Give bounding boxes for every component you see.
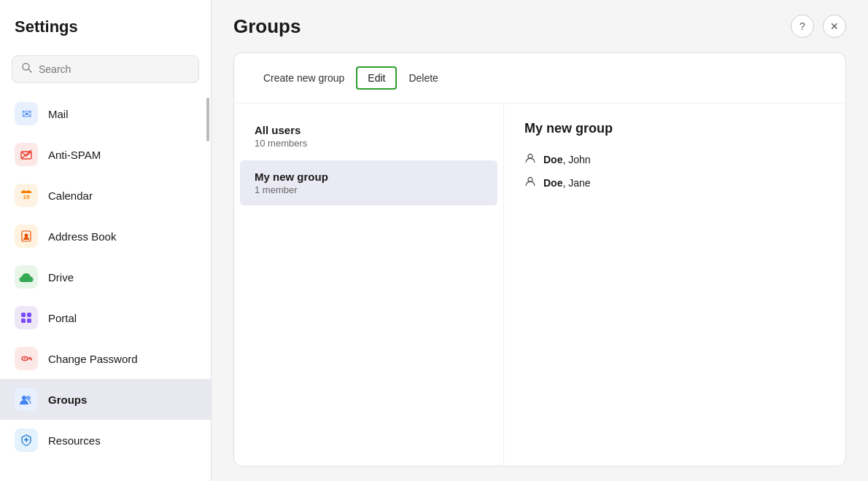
search-box[interactable] — [12, 55, 199, 83]
group-count: 1 member — [255, 184, 483, 195]
header-actions: ? ✕ — [791, 15, 846, 38]
group-count: 10 members — [255, 138, 483, 149]
groups-list: All users 10 members My new group 1 memb… — [234, 103, 504, 466]
sidebar-item-resources[interactable]: Resources — [0, 420, 211, 461]
calendar-icon: 15 — [15, 184, 38, 207]
sidebar-item-changepassword[interactable]: Change Password — [0, 338, 211, 379]
svg-rect-15 — [27, 318, 31, 323]
member-name-2: Doe, Jane — [543, 177, 591, 189]
mail-icon: ✉ — [15, 102, 38, 125]
sidebar-item-addressbook[interactable]: Address Book — [0, 216, 211, 257]
edit-button[interactable]: Edit — [356, 66, 397, 90]
svg-text:15: 15 — [23, 194, 30, 200]
resources-icon — [15, 429, 38, 452]
main-content: Groups ? ✕ Create new group Edit Delete — [212, 0, 868, 481]
sidebar-item-calendar[interactable]: 15 Calendar — [0, 175, 211, 216]
main-header: Groups ? ✕ — [233, 15, 846, 38]
sidebar-list: ✉ Mail Anti-SPAM — [0, 90, 211, 481]
help-icon: ? — [799, 20, 805, 32]
page-title: Groups — [233, 15, 301, 38]
search-input[interactable] — [39, 63, 190, 75]
create-new-group-button[interactable]: Create new group — [252, 66, 356, 90]
sidebar-item-label: Mail — [48, 108, 69, 120]
addressbook-icon — [15, 224, 38, 248]
search-icon — [21, 62, 33, 77]
member-row: Doe, Jane — [524, 171, 825, 195]
sidebar-item-portal[interactable]: Portal — [0, 297, 211, 338]
svg-rect-13 — [27, 313, 31, 317]
sidebar-item-label: Calendar — [48, 189, 93, 202]
groups-detail: My new group Doe, John — [504, 103, 845, 466]
svg-rect-12 — [21, 313, 26, 317]
antispam-icon — [15, 143, 38, 166]
groups-toolbar: Create new group Edit Delete — [234, 53, 845, 103]
group-item-all-users[interactable]: All users 10 members — [240, 114, 497, 159]
person-icon — [524, 152, 536, 167]
group-name: All users — [255, 124, 483, 136]
svg-rect-14 — [21, 318, 26, 323]
svg-point-21 — [22, 396, 26, 400]
close-button[interactable]: ✕ — [823, 15, 846, 38]
svg-point-22 — [26, 396, 31, 400]
svg-line-1 — [28, 69, 31, 72]
group-name: My new group — [255, 171, 483, 183]
sidebar-item-mail[interactable]: ✉ Mail — [0, 93, 211, 134]
member-row: Doe, John — [524, 148, 825, 171]
help-button[interactable]: ? — [791, 15, 814, 38]
group-item-my-new-group[interactable]: My new group 1 member — [240, 160, 497, 206]
sidebar-title: Settings — [15, 17, 78, 36]
sidebar-item-label: Groups — [48, 394, 87, 406]
sidebar-item-drive[interactable]: Drive — [0, 257, 211, 297]
portal-icon — [15, 306, 38, 329]
drive-icon — [15, 265, 38, 289]
sidebar-item-label: Portal — [48, 312, 77, 324]
sidebar-item-label: Address Book — [48, 230, 116, 243]
changepassword-icon — [15, 347, 38, 370]
sidebar-item-label: Resources — [48, 434, 101, 447]
person-icon — [524, 176, 536, 190]
sidebar-header: Settings — [0, 0, 211, 48]
sidebar-item-antispam[interactable]: Anti-SPAM — [0, 134, 211, 175]
detail-title: My new group — [524, 121, 825, 136]
sidebar-item-label: Drive — [48, 271, 74, 283]
sidebar: Settings ✉ Mail — [0, 0, 212, 481]
sidebar-item-label: Change Password — [48, 353, 138, 365]
delete-button[interactable]: Delete — [397, 66, 449, 90]
sidebar-item-groups[interactable]: Groups — [0, 379, 211, 420]
member-name-1: Doe, John — [543, 154, 591, 165]
groups-icon — [15, 388, 38, 411]
scroll-indicator — [206, 98, 209, 141]
sidebar-item-label: Anti-SPAM — [48, 149, 101, 161]
svg-point-17 — [24, 358, 26, 359]
close-icon: ✕ — [830, 20, 839, 32]
app-window: Settings ✉ Mail — [0, 0, 868, 481]
groups-body: All users 10 members My new group 1 memb… — [234, 103, 845, 466]
svg-point-11 — [25, 234, 28, 238]
groups-panel: Create new group Edit Delete All users 1… — [233, 52, 846, 466]
